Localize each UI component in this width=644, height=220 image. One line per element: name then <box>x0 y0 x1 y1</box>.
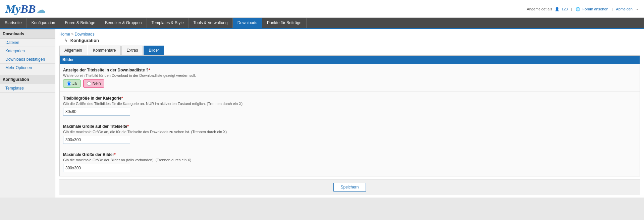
logo: MyBB☁ <box>5 3 45 15</box>
radio-nein[interactable]: Nein <box>83 79 105 88</box>
logout-link[interactable]: Abmelden <box>616 7 633 11</box>
nav-punkte-beitraege[interactable]: Punkte für Beiträge <box>262 18 307 28</box>
input-category-size[interactable] <box>63 108 130 116</box>
radio-group-titleimage: Ja Nein <box>63 79 636 88</box>
required-marker-3: * <box>127 124 129 129</box>
field-desc-titleimage: Wähle ob ein Titelbild für den Download … <box>63 73 636 77</box>
sidebar-item-templates[interactable]: Templates <box>0 84 55 93</box>
sidebar-section-konfiguration: Konfiguration <box>0 75 55 84</box>
field-label-titleimage: Anzeige der Titelseite in der Downloadli… <box>63 68 636 72</box>
radio-ja[interactable]: Ja <box>63 79 80 88</box>
input-titlepage-size[interactable] <box>63 136 130 144</box>
separator1: | <box>571 7 572 11</box>
main-content: Home » Downloads ↳ Konfiguration Allgeme… <box>55 29 644 198</box>
field-titleimage-display: Anzeige der Titelseite in der Downloadli… <box>60 64 640 92</box>
field-label-category-size: Titelbildgröße in der Kategorie* <box>63 96 636 101</box>
nav-benutzer-gruppen[interactable]: Benutzer & Gruppen <box>100 18 147 28</box>
nav-konfiguration[interactable]: Konfiguration <box>27 18 60 28</box>
username: 123 <box>561 7 568 11</box>
field-label-image-size: Maximale Größe der Bilder* <box>63 152 636 157</box>
user-icon: 👤 <box>555 7 559 11</box>
separator2: | <box>612 7 613 11</box>
tab-kommentare[interactable]: Kommentare <box>88 46 121 55</box>
navbar: Startseite Konfiguration Foren & Beiträg… <box>0 18 644 28</box>
nav-downloads[interactable]: Downloads <box>233 18 262 28</box>
breadcrumb: Home » Downloads <box>59 32 640 37</box>
section-header: Bilder <box>60 56 640 64</box>
field-max-image-size: Maximale Größe der Bilder* Gib die maxim… <box>60 148 640 176</box>
required-marker-4: * <box>114 152 116 157</box>
nav-templates-style[interactable]: Templates & Style <box>147 18 189 28</box>
forum-icon: 🌐 <box>576 7 580 11</box>
form-section: Bilder Anzeige der Titelseite in der Dow… <box>59 55 640 176</box>
field-category-image-size: Titelbildgröße in der Kategorie* Gib die… <box>60 92 640 120</box>
field-desc-image-size: Gib die maximale Größe der Bilder an (fa… <box>63 158 636 162</box>
content-wrapper: Downloads Dateien Kategorien Downloads b… <box>0 29 644 198</box>
sidebar-section-downloads: Downloads <box>0 29 55 39</box>
sidebar-item-downloads-bestaetigen[interactable]: Downloads bestätigen <box>0 55 55 64</box>
sidebar-item-dateien[interactable]: Dateien <box>0 39 55 47</box>
tab-allgemein[interactable]: Allgemein <box>59 46 87 55</box>
input-image-size[interactable] <box>63 164 130 172</box>
nav-tools-verwaltung[interactable]: Tools & Verwaltung <box>189 18 233 28</box>
sidebar: Downloads Dateien Kategorien Downloads b… <box>0 29 55 198</box>
forum-link[interactable]: Forum ansehen <box>583 7 608 11</box>
save-bar: Speichern <box>59 179 640 195</box>
tab-bilder[interactable]: Bilder <box>144 46 164 55</box>
page-subtitle: ↳ Konfiguration <box>64 38 640 43</box>
radio-nein-input[interactable] <box>87 81 91 86</box>
tab-extras[interactable]: Extras <box>121 46 143 55</box>
field-label-titlepage-size: Maximale Größe auf der Titelseite* <box>63 124 636 129</box>
logo-cloud-icon: ☁ <box>37 5 45 15</box>
logout-arrow-icon: → <box>635 7 639 11</box>
sidebar-item-mehr-optionen[interactable]: Mehr Optionen <box>0 64 55 72</box>
nav-startseite[interactable]: Startseite <box>0 18 27 28</box>
breadcrumb-home[interactable]: Home <box>59 32 70 37</box>
logged-in-label: Angemeldet als <box>527 7 552 11</box>
field-max-titlepage-size: Maximale Größe auf der Titelseite* Gib d… <box>60 120 640 148</box>
breadcrumb-arrow1: » <box>71 32 73 37</box>
required-marker: * <box>149 68 150 72</box>
logo-text: My <box>5 3 20 15</box>
logo-bb: BB <box>20 3 36 15</box>
save-button[interactable]: Speichern <box>333 183 366 191</box>
field-desc-category-size: Gib die Größe des Titelbildes für die Ka… <box>63 102 636 106</box>
field-desc-titlepage-size: Gib die maximale Größe an, die für die T… <box>63 130 636 134</box>
sidebar-item-kategorien[interactable]: Kategorien <box>0 47 55 55</box>
header: MyBB☁ Angemeldet als 👤 123 | 🌐 Forum ans… <box>0 0 644 18</box>
breadcrumb-downloads[interactable]: Downloads <box>74 32 94 37</box>
header-right: Angemeldet als 👤 123 | 🌐 Forum ansehen |… <box>527 7 639 11</box>
nav-foren-beitraege[interactable]: Foren & Beiträge <box>60 18 100 28</box>
required-marker-2: * <box>121 96 123 101</box>
radio-ja-input[interactable] <box>67 81 71 86</box>
tabs-bar: Allgemein Kommentare Extras Bilder <box>59 46 640 55</box>
